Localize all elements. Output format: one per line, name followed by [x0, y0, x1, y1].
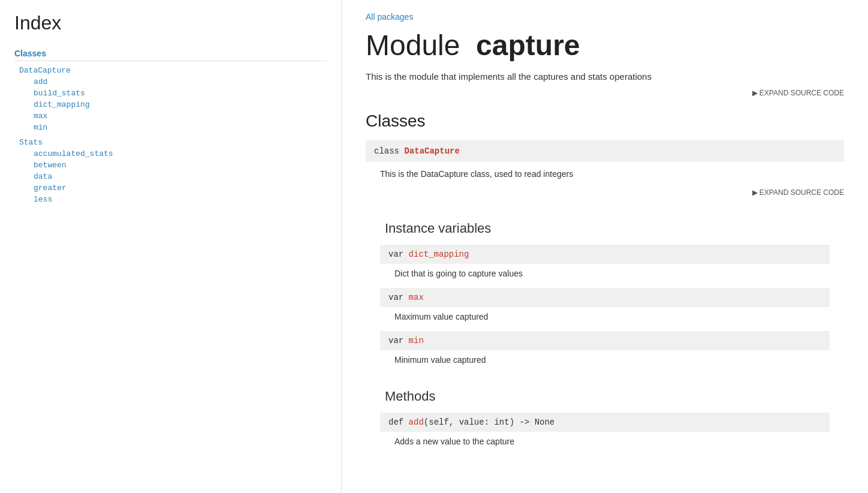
classes-section-heading: Classes [366, 112, 844, 131]
sidebar: Index Classes DataCapture add build_stat… [0, 0, 342, 493]
sidebar-item-build-stats[interactable]: build_stats [34, 89, 327, 98]
var-name-min[interactable]: min [409, 336, 424, 345]
var-keyword-3: var [388, 336, 409, 345]
module-title-bold: capture [476, 29, 580, 61]
sidebar-item-min[interactable]: min [34, 123, 327, 132]
sidebar-item-less[interactable]: less [34, 195, 327, 204]
sidebar-item-stats[interactable]: Stats [19, 138, 327, 147]
method-desc-add: Adds a new value to the capture [366, 432, 844, 456]
method-def-keyword: def [388, 417, 409, 427]
method-signature-add: def add(self, value: int) -> None [380, 413, 830, 432]
main-content: All packages Module capture This is the … [342, 0, 868, 493]
var-keyword-2: var [388, 293, 409, 302]
sidebar-item-accumulated-stats[interactable]: accumulated_stats [34, 149, 327, 158]
sidebar-item-data[interactable]: data [34, 172, 327, 181]
all-packages-link[interactable]: All packages [366, 12, 413, 22]
sidebar-item-max[interactable]: max [34, 112, 327, 121]
sidebar-item-greater[interactable]: greater [34, 184, 327, 193]
var-signature-max: var max [380, 288, 830, 307]
expand-source-class[interactable]: ▶ EXPAND SOURCE CODE [366, 186, 844, 206]
methods-heading: Methods [385, 389, 844, 404]
class-signature-datacapture: class DataCapture [366, 140, 844, 162]
method-params-add: (self, value: int) -> None [424, 417, 554, 427]
class-name-datacapture[interactable]: DataCapture [404, 146, 459, 156]
var-name-dict-mapping[interactable]: dict_mapping [409, 249, 469, 259]
module-title-light: Module [366, 29, 460, 61]
sidebar-item-dict-mapping[interactable]: dict_mapping [34, 100, 327, 109]
class-description-datacapture: This is the DataCapture class, used to r… [366, 162, 844, 186]
sidebar-classes-label: Classes [14, 49, 327, 61]
instance-variables-heading: Instance variables [385, 221, 844, 236]
expand-source-module-label[interactable]: ▶ EXPAND SOURCE CODE [752, 89, 844, 97]
class-keyword: class [374, 146, 404, 156]
var-desc-max: Maximum value captured [366, 307, 844, 331]
var-signature-dict-mapping: var dict_mapping [380, 245, 830, 264]
sidebar-classes-section: Classes DataCapture add build_stats dict… [14, 49, 327, 204]
var-signature-min: var min [380, 331, 830, 350]
method-name-add[interactable]: add [409, 417, 424, 427]
expand-source-class-label[interactable]: ▶ EXPAND SOURCE CODE [752, 188, 844, 197]
var-desc-min: Minimum value captured [366, 350, 844, 374]
var-name-max[interactable]: max [409, 293, 424, 302]
var-keyword-1: var [388, 249, 409, 259]
var-desc-dict-mapping: Dict that is going to capture values [366, 264, 844, 288]
expand-source-module[interactable]: ▶ EXPAND SOURCE CODE [366, 89, 844, 97]
module-title: Module capture [366, 29, 844, 62]
sidebar-title: Index [14, 12, 327, 34]
sidebar-item-add[interactable]: add [34, 77, 327, 86]
sidebar-item-datacapture[interactable]: DataCapture [19, 66, 327, 75]
sidebar-item-between[interactable]: between [34, 161, 327, 170]
module-description: This is the module that implements all t… [366, 71, 844, 82]
